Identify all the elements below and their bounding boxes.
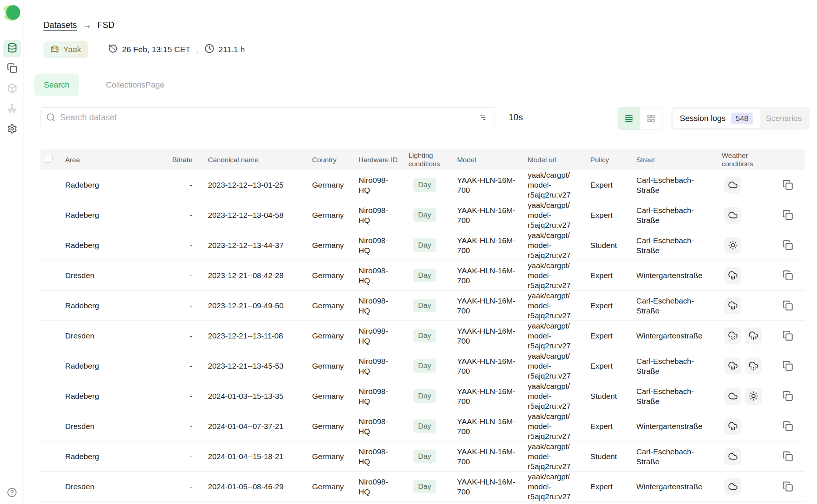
canonical-name-cell: 2023-12-12--13-01-25 xyxy=(204,170,308,200)
copy-button[interactable] xyxy=(782,209,794,221)
network-hub-icon xyxy=(7,103,17,115)
table-row[interactable]: Dresden - 2024-01-04--07-37-21 Germany N… xyxy=(40,411,805,441)
model-url-cell: yaak/cargpt/ model- r5ajq2ru:v27 xyxy=(523,170,586,200)
table-row[interactable]: Dresden - 2024-01-05--08-46-29 Germany N… xyxy=(40,472,805,502)
column-header-model-url[interactable]: Model url xyxy=(523,149,586,170)
canonical-name-cell: 2023-12-21--09-49-50 xyxy=(204,291,308,321)
model-url-cell: yaak/cargpt/ model- r5ajq2ru:v27 xyxy=(523,411,586,441)
search-input[interactable] xyxy=(60,108,476,127)
breadcrumb-datasets-link[interactable]: Datasets xyxy=(43,20,77,30)
copy-button[interactable] xyxy=(782,360,794,372)
rain-icon xyxy=(724,358,741,375)
scenarios-tab[interactable]: Scenarios xyxy=(760,109,808,128)
street-cell: Wintergartenstraße xyxy=(632,411,717,441)
dataset-vehicle-badge[interactable]: Yaak xyxy=(43,41,88,58)
session-logs-label: Session logs xyxy=(680,114,726,123)
tab-collections-page[interactable]: CollectionsPage xyxy=(96,74,174,96)
column-header-lighting-conditions[interactable]: Lighting conditions xyxy=(404,149,453,170)
area-cell: Dresden xyxy=(61,321,160,351)
row-select-cell xyxy=(40,200,61,230)
page-tabs: Search CollectionsPage xyxy=(34,74,174,96)
table-row[interactable]: Radeberg - 2024-01-03--15-13-35 Germany … xyxy=(40,381,805,411)
drizzle-icon xyxy=(724,327,741,344)
column-header-area[interactable]: Area xyxy=(61,149,160,170)
country-cell: Germany xyxy=(308,230,354,260)
column-header-model[interactable]: Model xyxy=(453,149,523,170)
table-row[interactable]: Radeberg - 2023-12-21--13-45-53 Germany … xyxy=(40,351,805,381)
row-select-cell xyxy=(40,472,61,502)
filter-lines-icon xyxy=(478,113,487,122)
actions-cell xyxy=(765,351,805,381)
rain-icon xyxy=(724,418,741,435)
copy-button[interactable] xyxy=(782,451,794,462)
column-header-weather-conditions[interactable]: Weather conditions xyxy=(717,149,765,170)
lighting-cell: Day xyxy=(404,381,453,411)
copy-button[interactable] xyxy=(782,239,794,251)
actions-cell xyxy=(765,291,805,321)
table-row[interactable]: Radeberg - 2023-12-12--13-04-58 Germany … xyxy=(40,200,805,230)
weather-cell xyxy=(717,200,765,230)
table-header-row: Area Bitrate Canonical name Country Hard… xyxy=(40,149,805,170)
sidebar-item-models[interactable] xyxy=(3,80,21,98)
table-row[interactable]: Radeberg - 2023-12-12--13-01-25 Germany … xyxy=(40,170,805,200)
list-view-button[interactable] xyxy=(618,107,640,129)
area-cell: Dresden xyxy=(61,472,160,502)
table-row[interactable]: Radeberg - 2023-12-12--13-44-37 Germany … xyxy=(40,230,805,260)
select-all-checkbox[interactable] xyxy=(45,155,53,163)
database-icon xyxy=(7,43,17,54)
search-box xyxy=(40,107,495,127)
column-header-canonical-name[interactable]: Canonical name xyxy=(204,149,308,170)
copy-button[interactable] xyxy=(782,420,794,432)
hardware-id-cell: Niro098-HQ xyxy=(354,381,404,411)
sidebar-item-datasets[interactable] xyxy=(3,40,21,57)
copy-icon xyxy=(782,421,793,432)
column-header-country[interactable]: Country xyxy=(308,149,354,170)
model-url-cell: yaak/cargpt/ model- r5ajq2ru:v27 xyxy=(523,321,586,351)
copy-button[interactable] xyxy=(782,330,794,342)
lighting-badge: Day xyxy=(413,389,436,403)
policy-cell: Expert xyxy=(586,411,632,441)
canonical-name-cell: 2023-12-12--13-04-58 xyxy=(204,200,308,230)
grid-view-button[interactable] xyxy=(640,107,662,129)
sidebar-item-collections[interactable] xyxy=(3,60,21,78)
policy-cell: Student xyxy=(586,381,632,411)
area-cell: Radeberg xyxy=(61,351,160,381)
help-button[interactable] xyxy=(0,487,24,499)
session-logs-count-badge: 548 xyxy=(731,113,753,124)
canonical-name-cell: 2023-12-21--13-45-53 xyxy=(204,351,308,381)
lighting-badge: Day xyxy=(413,329,436,342)
sidebar-item-settings[interactable] xyxy=(3,121,21,138)
copy-button[interactable] xyxy=(782,300,794,312)
column-header-policy[interactable]: Policy xyxy=(586,149,632,170)
column-header-bitrate[interactable]: Bitrate xyxy=(160,149,204,170)
bitrate-cell: - xyxy=(160,230,204,260)
table-row[interactable]: Dresden - 2023-12-21--13-11-08 Germany N… xyxy=(40,321,805,351)
table-row[interactable]: Radeberg - 2024-01-04--15-18-21 Germany … xyxy=(40,441,805,472)
filter-button[interactable] xyxy=(476,111,489,124)
copy-icon xyxy=(782,451,793,462)
copy-button[interactable] xyxy=(782,390,794,402)
copy-icon xyxy=(782,300,793,311)
column-header-hardware-id[interactable]: Hardware ID xyxy=(354,149,404,170)
policy-cell: Expert xyxy=(586,472,632,502)
area-cell: Dresden xyxy=(61,260,160,291)
copy-icon xyxy=(782,330,793,341)
session-logs-tab[interactable]: Session logs 548 xyxy=(673,109,760,128)
app-logo[interactable] xyxy=(4,4,21,21)
tab-search[interactable]: Search xyxy=(34,74,79,96)
copy-button[interactable] xyxy=(782,179,794,191)
model-cell: YAAK-HLN-16M-700 xyxy=(453,411,523,441)
table-row[interactable]: Radeberg - 2023-12-21--09-49-50 Germany … xyxy=(40,291,805,321)
weather-cell xyxy=(717,441,765,472)
column-header-street[interactable]: Street xyxy=(632,149,717,170)
actions-cell xyxy=(765,411,805,441)
actions-cell xyxy=(765,170,805,200)
table-row[interactable]: Dresden - 2023-12-21--08-42-28 Germany N… xyxy=(40,260,805,291)
sidebar-item-graph[interactable] xyxy=(3,100,21,118)
clock-icon xyxy=(205,44,214,56)
copy-button[interactable] xyxy=(782,481,794,493)
sun-icon xyxy=(724,237,741,254)
copy-button[interactable] xyxy=(782,270,794,281)
breadcrumb-arrow-icon: → xyxy=(83,20,92,30)
policy-cell: Expert xyxy=(586,200,632,230)
